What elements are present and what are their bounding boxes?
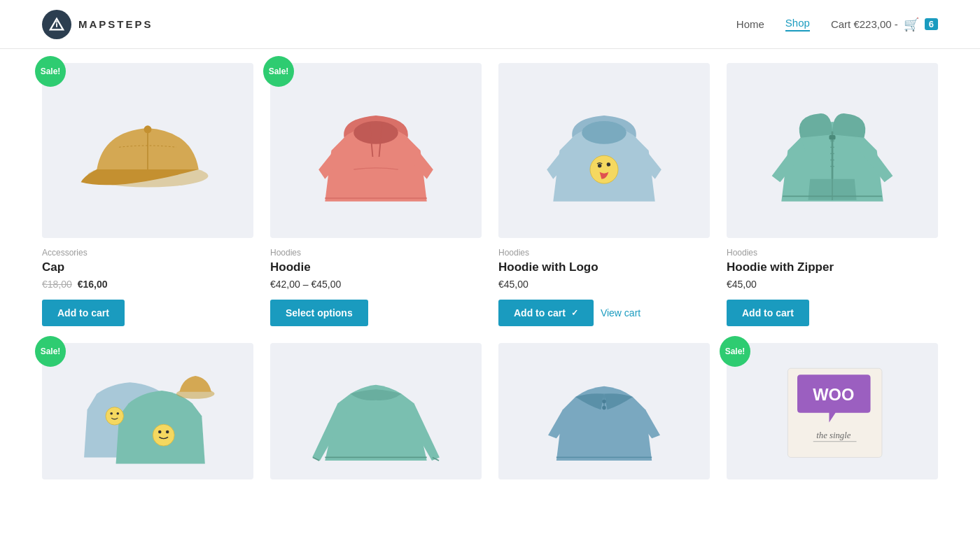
cart-count: 6 <box>925 18 938 30</box>
svg-point-10 <box>598 164 601 167</box>
svg-point-32 <box>602 406 606 410</box>
product-card-polo <box>498 343 710 479</box>
add-to-cart-hoodie-zipper[interactable]: Add to cart <box>727 300 809 326</box>
cart-label: Cart €223,00 - <box>831 18 898 30</box>
svg-rect-18 <box>829 135 835 139</box>
product-category-hoodie-logo: Hoodies <box>498 248 710 258</box>
product-category-hoodie-zipper: Hoodies <box>727 248 938 258</box>
product-name-cap: Cap <box>42 260 253 274</box>
product-price-cap: €18,00 €16,00 <box>42 279 253 290</box>
product-card-hoodie: Sale! <box>270 63 482 326</box>
svg-point-9 <box>590 155 618 183</box>
cap-illustration <box>42 63 253 238</box>
product-card-hoodie-logo: Hoodies Hoodie with Logo €45,00 Add to c… <box>498 63 710 326</box>
hoodie-illustration <box>270 63 482 238</box>
product-image-longsleeve[interactable] <box>270 343 482 479</box>
svg-point-4 <box>144 126 152 134</box>
product-name-hoodie-zipper: Hoodie with Zipper <box>727 260 938 274</box>
add-to-cart-cap[interactable]: Add to cart <box>42 300 125 326</box>
product-image-polo[interactable] <box>498 343 710 479</box>
logo-area[interactable]: MAPSTEPS <box>42 10 153 39</box>
select-options-hoodie[interactable]: Select options <box>270 300 368 326</box>
product-image-hoodie[interactable]: Sale! <box>270 63 482 238</box>
product-card-longsleeve <box>270 343 482 479</box>
svg-point-25 <box>110 412 113 415</box>
svg-text:the single: the single <box>816 430 850 440</box>
svg-point-26 <box>116 412 119 415</box>
nav-home[interactable]: Home <box>736 18 764 30</box>
svg-point-22 <box>158 430 162 434</box>
nav-area: Home Shop Cart €223,00 - 🛒 6 <box>736 17 938 32</box>
product-price-hoodie-zipper: €45,00 <box>727 279 938 290</box>
product-price-hoodie: €42,00 – €45,00 <box>270 279 482 290</box>
product-category-hoodie: Hoodies <box>270 248 482 258</box>
svg-point-21 <box>153 424 174 446</box>
product-name-hoodie: Hoodie <box>270 260 482 274</box>
svg-point-8 <box>582 121 626 144</box>
woo-illustration: WOO the single <box>727 343 938 479</box>
sale-badge-cap: Sale! <box>35 56 66 87</box>
svg-point-24 <box>106 407 123 425</box>
price-hoodie-zipper: €45,00 <box>727 279 757 290</box>
svg-point-23 <box>166 430 169 434</box>
product-price-hoodie-logo: €45,00 <box>498 279 710 290</box>
product-image-hoodie-logo[interactable] <box>498 63 710 238</box>
hoodie-logo-illustration <box>498 63 710 238</box>
product-card-hoodie-zipper: Hoodies Hoodie with Zipper €45,00 Add to… <box>727 63 938 326</box>
sale-badge-woo: Sale! <box>720 336 750 367</box>
hoodie-zipper-illustration <box>727 63 938 238</box>
add-to-cart-area-hoodie-logo: Add to cart ✓ View cart <box>498 300 710 326</box>
header: MAPSTEPS Home Shop Cart €223,00 - 🛒 6 <box>0 0 980 49</box>
product-grid-row2: Sale! <box>42 343 938 479</box>
svg-point-5 <box>354 121 398 144</box>
sale-badge-hoodie-set: Sale! <box>35 336 66 367</box>
price-sale-cap: €16,00 <box>78 279 108 290</box>
product-image-hoodie-set[interactable]: Sale! <box>42 343 253 479</box>
add-to-cart-hoodie-logo[interactable]: Add to cart ✓ <box>498 300 594 326</box>
price-hoodie: €42,00 – €45,00 <box>270 279 341 290</box>
checkmark-icon: ✓ <box>571 308 578 318</box>
cart-icon: 🛒 <box>904 17 919 32</box>
product-image-hoodie-zipper[interactable] <box>727 63 938 238</box>
polo-illustration <box>498 343 710 479</box>
main-content: Sale! <box>0 49 980 507</box>
svg-point-31 <box>602 400 606 403</box>
product-card-hoodie-set: Sale! <box>42 343 253 479</box>
longsleeve-illustration <box>270 343 482 479</box>
product-name-hoodie-logo: Hoodie with Logo <box>498 260 710 274</box>
logo-icon <box>42 10 71 39</box>
product-card-woo: Sale! WOO the single <box>727 343 938 479</box>
product-grid-row1: Sale! <box>42 63 938 326</box>
hoodie-set-illustration <box>42 343 253 479</box>
logo-text: MAPSTEPS <box>78 18 153 30</box>
svg-text:WOO: WOO <box>813 386 854 404</box>
product-category-cap: Accessories <box>42 248 253 258</box>
sale-badge-hoodie: Sale! <box>263 56 294 87</box>
product-card-cap: Sale! <box>42 63 253 326</box>
price-hoodie-logo: €45,00 <box>498 279 528 290</box>
view-cart-link[interactable]: View cart <box>601 307 640 318</box>
product-image-woo[interactable]: Sale! WOO the single <box>727 343 938 479</box>
nav-shop[interactable]: Shop <box>785 17 810 31</box>
cart-area[interactable]: Cart €223,00 - 🛒 6 <box>831 17 938 32</box>
product-image-cap[interactable]: Sale! <box>42 63 253 238</box>
price-original-cap: €18,00 <box>42 279 72 290</box>
svg-point-2 <box>56 21 57 22</box>
